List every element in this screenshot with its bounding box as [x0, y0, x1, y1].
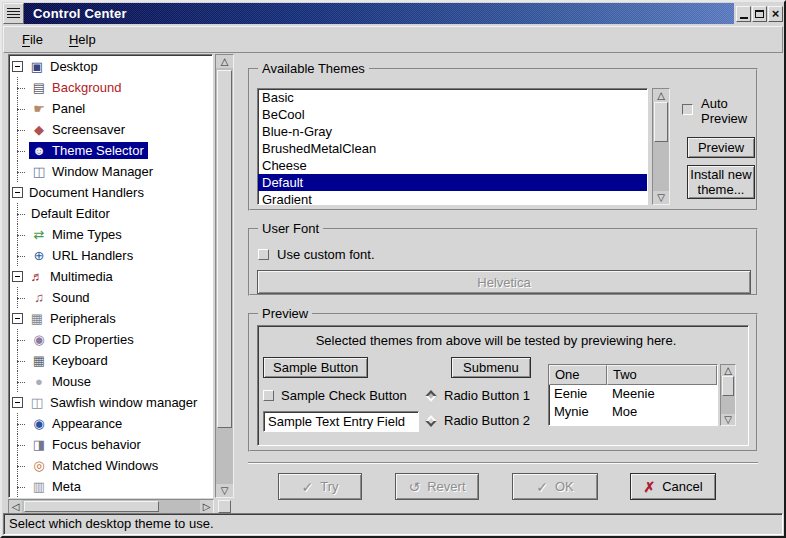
tree-item-keyboard[interactable]: ▦Keyboard — [9, 350, 212, 371]
table-row[interactable]: MynieMoe — [549, 403, 717, 421]
scroll-down-icon[interactable]: ▽ — [653, 191, 669, 204]
sample-button[interactable]: Sample Button — [263, 357, 368, 378]
submenu-button[interactable]: Submenu — [451, 357, 531, 378]
minimize-button[interactable] — [736, 6, 751, 22]
tree-item-document-handlers[interactable]: Document Handlers — [9, 182, 212, 203]
theme-item-gradient[interactable]: Gradient — [258, 191, 647, 205]
tree-item-body: ▤Background — [29, 79, 125, 96]
window-menu-button[interactable] — [3, 3, 24, 24]
tree-item-screensaver[interactable]: ◆Screensaver — [9, 119, 212, 140]
font-picker-button[interactable]: Helvetica — [257, 270, 751, 294]
table-cell: Meenie — [607, 385, 717, 403]
tree-branch-line — [12, 476, 29, 497]
cd-properties-icon: ◉ — [31, 333, 47, 346]
use-custom-font-checkbox[interactable] — [258, 249, 269, 260]
scroll-down-icon[interactable]: ▽ — [216, 484, 233, 497]
tree-item-cd-properties[interactable]: ◉CD Properties — [9, 329, 212, 350]
expander-minus-icon[interactable] — [12, 271, 23, 282]
tree-item-desktop[interactable]: ▣Desktop — [9, 56, 212, 77]
expander-minus-icon[interactable] — [12, 61, 23, 72]
tree-item-body: ☻Theme Selector — [29, 142, 148, 159]
tree-item-url-handlers[interactable]: ⊕URL Handlers — [9, 245, 212, 266]
tree-item-matched-windows[interactable]: ◎Matched Windows — [9, 455, 212, 476]
tree-item-focus-behavior[interactable]: ◨Focus behavior — [9, 434, 212, 455]
expander-minus-icon[interactable] — [12, 187, 23, 198]
sample-table-scrollbar[interactable]: △ ▽ — [720, 364, 736, 426]
menu-help[interactable]: Help — [69, 32, 96, 47]
sound-icon: ♫ — [31, 291, 47, 304]
tree-item-theme-selector[interactable]: ☻Theme Selector — [9, 140, 212, 161]
tree-item-sound[interactable]: ♫Sound — [9, 287, 212, 308]
theme-item-becool[interactable]: BeCool — [258, 106, 647, 123]
scroll-left-icon[interactable]: ◁ — [9, 500, 22, 513]
use-custom-font-label: Use custom font. — [277, 247, 375, 262]
scroll-up-icon[interactable]: △ — [216, 55, 233, 68]
tree-item-multimedia[interactable]: ♬Multimedia — [9, 266, 212, 287]
tree-item-label: Default Editor — [31, 206, 110, 221]
tree-vertical-scrollbar[interactable]: △ ▽ — [215, 54, 234, 498]
tree-vscroll-trough[interactable] — [216, 68, 233, 484]
action-buttons: ✓ Try ↺ Revert ✓ OK ✗ Cancel — [248, 473, 758, 502]
revert-button[interactable]: ↺ Revert — [395, 473, 479, 500]
scroll-down-icon[interactable]: ▽ — [721, 414, 735, 425]
theme-item-blue-n-gray[interactable]: Blue-n-Gray — [258, 123, 647, 140]
table-header-one[interactable]: One — [549, 365, 607, 385]
ok-button[interactable]: ✓ OK — [512, 473, 598, 500]
preview-button[interactable]: Preview — [687, 137, 755, 158]
panel-icon: ☛ — [31, 102, 47, 115]
scroll-up-icon[interactable]: △ — [721, 365, 735, 376]
tree-item-window-manager[interactable]: ◫Window Manager — [9, 161, 212, 182]
expander-minus-icon[interactable] — [12, 397, 23, 408]
tree-item-sawfish-window-manager[interactable]: ◫Sawfish window manager — [9, 392, 212, 413]
table-header-two[interactable]: Two — [607, 365, 717, 385]
cancel-button[interactable]: ✗ Cancel — [630, 473, 716, 500]
radio-button-1[interactable] — [425, 390, 436, 401]
table-vscroll-thumb[interactable] — [722, 376, 734, 396]
auto-preview-checkbox[interactable] — [682, 104, 693, 115]
tree-item-mime-types[interactable]: ⇄Mime Types — [9, 224, 212, 245]
theme-list-scrollbar[interactable]: △ ▽ — [652, 88, 670, 205]
install-new-theme-button[interactable]: Install new theme... — [687, 165, 755, 199]
theme-selector-icon: ☻ — [31, 144, 47, 157]
tree-item-label: Window Manager — [52, 164, 153, 179]
expander-minus-icon[interactable] — [12, 313, 23, 324]
radio-button-2[interactable] — [425, 415, 436, 426]
sample-checkbox[interactable] — [263, 390, 274, 401]
tree-item-appearance[interactable]: ◉Appearance — [9, 413, 212, 434]
theme-item-brushedmetalclean[interactable]: BrushedMetalClean — [258, 140, 647, 157]
scroll-up-icon[interactable]: △ — [653, 89, 669, 102]
theme-item-cheese[interactable]: Cheese — [258, 157, 647, 174]
table-row[interactable]: EenieMeenie — [549, 385, 717, 403]
tree-horizontal-scrollbar[interactable]: ◁ ▷ — [8, 499, 214, 514]
theme-vscroll-thumb[interactable] — [654, 102, 668, 142]
tree-branch-line — [12, 455, 29, 476]
try-button[interactable]: ✓ Try — [278, 473, 362, 500]
tree-item-panel[interactable]: ☛Panel — [9, 98, 212, 119]
table-cell: Eenie — [549, 385, 607, 403]
menu-file[interactable]: File — [22, 32, 43, 47]
theme-item-default[interactable]: Default — [258, 174, 647, 191]
table-vscroll-trough[interactable] — [721, 376, 735, 414]
tree-item-default-editor[interactable]: Default Editor — [9, 203, 212, 224]
tree-hscroll-thumb[interactable] — [24, 501, 159, 512]
scrollbar-corner-grip[interactable] — [218, 500, 231, 513]
tree-item-body: ▥Meta — [29, 478, 85, 495]
tree-item-meta[interactable]: ▥Meta — [9, 476, 212, 497]
scroll-right-icon[interactable]: ▷ — [200, 500, 213, 513]
user-font-frame: User Font Use custom font. Helvetica — [248, 228, 758, 296]
close-button[interactable]: × — [768, 6, 783, 22]
tree-item-background[interactable]: ▤Background — [9, 77, 212, 98]
tree-branch-line — [12, 245, 29, 266]
tree-item-mouse[interactable]: ●Mouse — [9, 371, 212, 392]
maximize-button[interactable] — [752, 6, 767, 22]
sample-text-entry[interactable] — [263, 411, 419, 432]
tree-branch-line — [12, 329, 29, 350]
tree-hscroll-trough[interactable] — [22, 500, 200, 513]
tree-item-body: ◉CD Properties — [29, 331, 138, 348]
tree-vscroll-thumb[interactable] — [217, 70, 232, 428]
theme-vscroll-trough[interactable] — [653, 102, 669, 191]
tree-item-peripherals[interactable]: ▦Peripherals — [9, 308, 212, 329]
tree-item-label: Desktop — [50, 59, 98, 74]
tree-item-body: ▣Desktop — [27, 58, 102, 75]
theme-item-basic[interactable]: Basic — [258, 89, 647, 106]
